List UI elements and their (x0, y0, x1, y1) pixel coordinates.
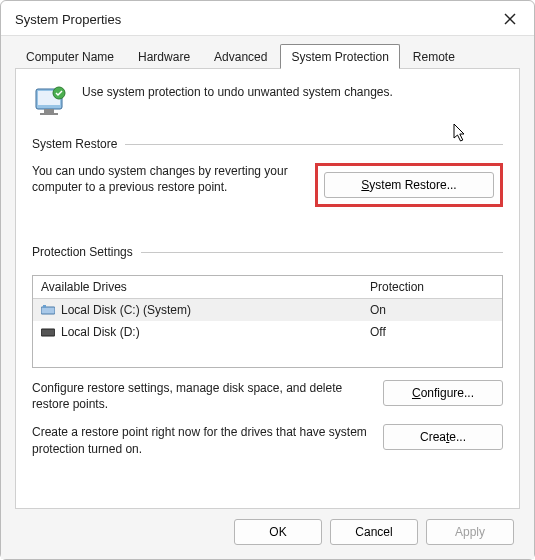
configure-button[interactable]: Configure... (383, 380, 503, 406)
apply-button[interactable]: Apply (426, 519, 514, 545)
dialog-footer: OK Cancel Apply (1, 509, 534, 559)
intro-section: Use system protection to undo unwanted s… (32, 83, 503, 119)
drive-label: Local Disk (C:) (System) (61, 303, 191, 317)
restore-heading-row: System Restore (32, 137, 503, 151)
ok-button[interactable]: OK (234, 519, 322, 545)
drive-label: Local Disk (D:) (61, 325, 140, 339)
restore-heading: System Restore (32, 137, 117, 151)
create-text: Create a restore point right now for the… (32, 424, 371, 456)
content-area: Computer Name Hardware Advanced System P… (1, 36, 534, 509)
restore-button-highlight: System Restore... (315, 163, 503, 207)
intro-text: Use system protection to undo unwanted s… (82, 83, 393, 99)
tab-body: Use system protection to undo unwanted s… (15, 68, 520, 509)
svg-rect-5 (40, 113, 58, 115)
table-row[interactable]: Local Disk (C:) (System) On (33, 299, 502, 321)
drives-table: Available Drives Protection Local Disk (… (32, 275, 503, 368)
svg-rect-4 (44, 109, 54, 113)
tab-system-protection[interactable]: System Protection (280, 44, 399, 69)
drive-icon (41, 305, 55, 315)
drive-icon (41, 327, 55, 337)
svg-rect-9 (41, 329, 55, 336)
protection-status: Off (362, 321, 502, 343)
titlebar: System Properties (1, 1, 534, 36)
restore-button-label: ystem Restore... (369, 178, 456, 192)
close-icon (504, 13, 516, 25)
cancel-button[interactable]: Cancel (330, 519, 418, 545)
divider (141, 252, 503, 253)
protection-status: On (362, 299, 502, 321)
svg-rect-7 (41, 307, 55, 314)
configure-row: Configure restore settings, manage disk … (32, 380, 503, 412)
divider (125, 144, 503, 145)
table-row[interactable]: Local Disk (D:) Off (33, 321, 502, 343)
tab-hardware[interactable]: Hardware (127, 44, 201, 69)
create-button[interactable]: Create... (383, 424, 503, 450)
system-properties-window: System Properties Computer Name Hardware… (0, 0, 535, 560)
table-spacer (33, 343, 502, 367)
close-button[interactable] (496, 7, 524, 31)
window-title: System Properties (15, 12, 121, 27)
create-row: Create a restore point right now for the… (32, 424, 503, 456)
restore-text: You can undo system changes by reverting… (32, 163, 303, 195)
col-drives-header: Available Drives (33, 276, 362, 298)
svg-rect-8 (43, 305, 46, 308)
tab-advanced[interactable]: Advanced (203, 44, 278, 69)
restore-row: You can undo system changes by reverting… (32, 163, 503, 207)
protection-heading: Protection Settings (32, 245, 133, 259)
col-protection-header: Protection (362, 276, 502, 298)
tab-strip: Computer Name Hardware Advanced System P… (15, 44, 520, 69)
cursor-icon (453, 123, 469, 143)
system-protection-icon (32, 83, 68, 119)
tab-remote[interactable]: Remote (402, 44, 466, 69)
system-restore-button[interactable]: System Restore... (324, 172, 494, 198)
tab-computer-name[interactable]: Computer Name (15, 44, 125, 69)
table-header: Available Drives Protection (33, 276, 502, 299)
protection-heading-row: Protection Settings (32, 245, 503, 259)
configure-text: Configure restore settings, manage disk … (32, 380, 371, 412)
